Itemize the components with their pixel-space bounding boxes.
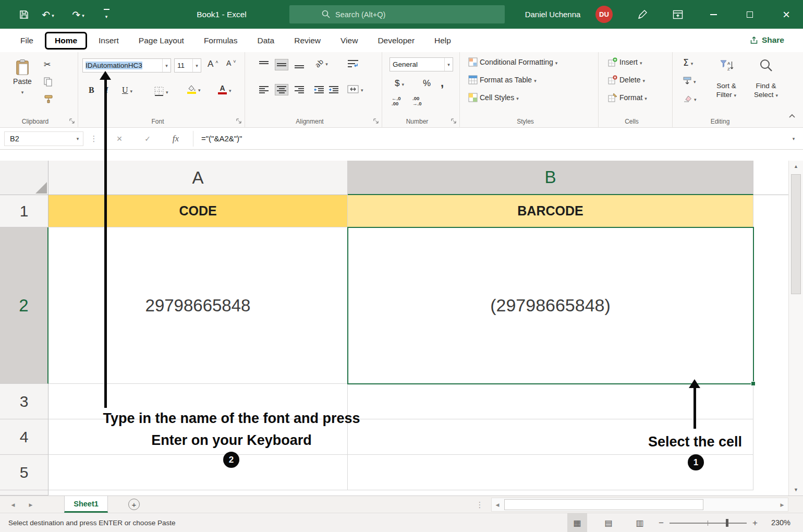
align-center-button[interactable] [275, 84, 288, 95]
fill-color-button[interactable] [187, 84, 201, 94]
insert-cells-button[interactable]: Insert [608, 57, 642, 67]
name-box-caret[interactable] [72, 136, 83, 141]
format-as-table-button[interactable]: Format as Table [468, 75, 537, 84]
find-select-button[interactable]: Find & Select [749, 81, 783, 100]
sheet-tab-sheet1[interactable]: Sheet1 [64, 496, 108, 513]
zoom-slider-thumb[interactable] [726, 519, 728, 527]
number-format-caret[interactable] [444, 58, 453, 71]
accounting-caret[interactable] [402, 78, 404, 89]
grow-font-button[interactable]: A˄ [208, 59, 218, 69]
align-middle-button[interactable] [275, 59, 288, 70]
paste-menu-caret[interactable] [21, 87, 24, 96]
fill-button[interactable] [683, 76, 696, 86]
fill-caret[interactable] [694, 76, 696, 86]
borders-caret[interactable] [166, 87, 168, 96]
bold-button[interactable]: B [89, 86, 94, 95]
row-header-5[interactable]: 5 [0, 455, 48, 490]
tab-formulas[interactable]: Formulas [194, 31, 248, 50]
clipboard-dialog-launcher[interactable] [69, 118, 75, 124]
page-break-view-button[interactable] [630, 513, 650, 532]
font-color-caret[interactable] [229, 85, 232, 94]
cell-styles-button[interactable]: Cell Styles [468, 93, 519, 102]
column-header-b[interactable]: B [348, 161, 753, 195]
scroll-down-button[interactable] [789, 484, 803, 495]
format-painter-button[interactable] [44, 95, 53, 103]
font-size-caret[interactable] [192, 59, 201, 72]
tab-scroll-grip[interactable] [472, 496, 488, 513]
page-layout-view-button[interactable] [599, 513, 618, 532]
cell-styles-caret[interactable] [516, 93, 519, 102]
row-header-1[interactable]: 1 [0, 195, 48, 227]
normal-view-button[interactable] [567, 513, 587, 532]
redo-button[interactable]: ↷ [67, 0, 90, 29]
cell-b2[interactable]: (29798665848) [348, 227, 753, 384]
align-bottom-button[interactable] [294, 61, 305, 69]
undo-button[interactable]: ↶ [36, 0, 59, 29]
font-name-combo[interactable]: IDAutomationHC3 [82, 58, 171, 72]
insert-cells-caret[interactable] [640, 57, 642, 67]
redo-menu-caret[interactable] [82, 10, 84, 19]
clear-button[interactable] [683, 94, 697, 103]
cancel-entry-button[interactable] [112, 128, 127, 150]
align-right-button[interactable] [294, 86, 305, 94]
vertical-scrollbar[interactable] [788, 161, 803, 495]
row-header-2[interactable]: 2 [0, 227, 48, 384]
merge-center-caret[interactable] [361, 84, 363, 94]
name-box-resizer[interactable] [90, 128, 98, 150]
font-dialog-launcher[interactable] [236, 118, 242, 124]
orientation-button[interactable]: ab [315, 58, 328, 68]
accounting-format-button[interactable]: $ [395, 78, 404, 89]
avatar[interactable]: DU [595, 6, 613, 23]
tab-help[interactable]: Help [424, 31, 461, 50]
borders-button[interactable] [154, 87, 168, 96]
scroll-left-button[interactable] [492, 498, 503, 511]
ribbon-display-options-button[interactable] [666, 0, 689, 29]
comma-style-button[interactable]: , [441, 76, 444, 90]
zoom-slider-track[interactable] [670, 523, 747, 524]
font-color-button[interactable]: A [218, 84, 232, 94]
collapse-ribbon-button[interactable] [788, 114, 796, 118]
underline-button[interactable]: U [122, 86, 132, 95]
column-header-a[interactable]: A [48, 161, 348, 195]
customize-quick-access-button[interactable] [95, 0, 118, 29]
next-sheet-button[interactable] [23, 496, 39, 513]
font-size-combo[interactable]: 11 [174, 58, 201, 72]
tab-page-layout[interactable]: Page Layout [129, 31, 194, 50]
orientation-caret[interactable] [325, 58, 328, 68]
delete-cells-button[interactable]: Delete [608, 75, 645, 84]
row-header-3[interactable]: 3 [0, 384, 48, 419]
tab-file[interactable]: File [10, 31, 43, 50]
format-cells-caret[interactable] [644, 93, 647, 102]
cut-button[interactable]: ✂ [44, 59, 51, 69]
user-name[interactable]: Daniel Uchenna [516, 0, 589, 29]
cell-a2[interactable]: 29798665848 [48, 227, 348, 384]
cell-b3[interactable] [348, 384, 753, 419]
cell-a1[interactable]: CODE [48, 195, 348, 227]
font-name-caret[interactable] [162, 59, 171, 72]
expand-formula-bar-caret[interactable] [787, 128, 800, 150]
previous-sheet-button[interactable] [5, 496, 21, 513]
decrease-indent-button[interactable] [314, 86, 324, 94]
number-dialog-launcher[interactable] [451, 118, 457, 124]
conditional-formatting-caret[interactable] [555, 57, 558, 67]
percent-style-button[interactable]: % [423, 78, 431, 89]
tab-home[interactable]: Home [45, 32, 87, 50]
align-top-button[interactable] [259, 61, 269, 69]
tab-review[interactable]: Review [284, 31, 331, 50]
ink-button[interactable] [631, 0, 654, 29]
autosum-caret[interactable] [691, 58, 694, 67]
name-box[interactable]: B2 [4, 131, 83, 146]
scroll-right-button[interactable] [776, 498, 788, 511]
undo-menu-caret[interactable] [52, 10, 54, 19]
search-box[interactable]: Search (Alt+Q) [289, 5, 505, 23]
vertical-scrollbar-thumb[interactable] [791, 174, 801, 294]
tab-data[interactable]: Data [247, 31, 284, 50]
zoom-level[interactable]: 230% [759, 513, 790, 532]
sort-filter-button[interactable]: Sort & Filter [710, 81, 743, 100]
autosum-button[interactable]: Σ [683, 57, 693, 68]
tab-developer[interactable]: Developer [368, 31, 424, 50]
shrink-font-button[interactable]: A˅ [226, 59, 236, 67]
formula-input[interactable]: ="("&A2&")" [201, 128, 242, 150]
decrease-decimal-button[interactable]: .00→.0 [412, 96, 421, 106]
delete-cells-caret[interactable] [642, 75, 645, 84]
